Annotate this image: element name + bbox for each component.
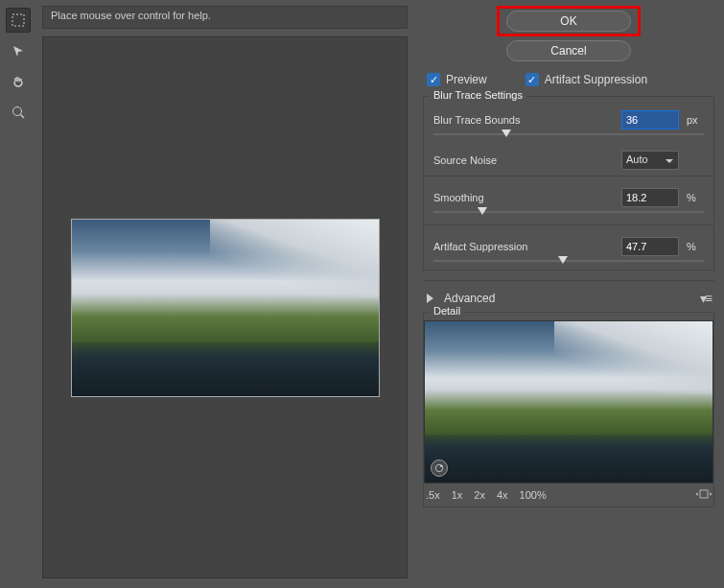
- loupe-button[interactable]: [431, 459, 448, 477]
- zoom-pct[interactable]: 100%: [520, 489, 547, 501]
- checkbox-icon: [525, 73, 539, 86]
- detail-preview[interactable]: [424, 320, 713, 483]
- artsup-unit: %: [687, 241, 704, 252]
- preview-column: Place mouse over control for help.: [36, 0, 417, 588]
- zoom-400[interactable]: 4x: [497, 489, 508, 501]
- noise-select[interactable]: Auto: [621, 151, 679, 170]
- noise-label: Source Noise: [433, 154, 614, 166]
- bounds-unit: px: [687, 114, 704, 126]
- ok-button[interactable]: OK: [506, 11, 631, 32]
- cancel-button[interactable]: Cancel: [506, 40, 631, 61]
- preview-label: Preview: [446, 73, 487, 86]
- preview-checkbox[interactable]: Preview: [427, 73, 487, 86]
- advanced-toggle[interactable]: Advanced ▾≡: [423, 285, 714, 312]
- smoothing-unit: %: [687, 192, 704, 203]
- smoothing-label: Smoothing: [433, 192, 614, 203]
- zoom-200[interactable]: 2x: [474, 489, 485, 501]
- svg-point-3: [440, 465, 442, 467]
- smoothing-slider[interactable]: [424, 209, 713, 221]
- bounds-label: Blur Trace Bounds: [433, 114, 614, 126]
- hand-tool[interactable]: [6, 69, 31, 94]
- blur-trace-group: Blur Trace Settings Blur Trace Bounds px…: [423, 96, 714, 270]
- svg-point-1: [13, 107, 22, 116]
- ok-highlight: OK: [497, 6, 641, 36]
- smoothing-input[interactable]: [621, 188, 679, 207]
- move-tool[interactable]: [6, 38, 31, 63]
- detail-group: Detail .5x 1x 2x 4x 100%: [423, 312, 714, 507]
- bounds-input[interactable]: [621, 110, 679, 129]
- fit-width-icon[interactable]: [696, 487, 712, 503]
- artifact-label: Artifact Suppression: [545, 73, 647, 86]
- flyout-menu-icon[interactable]: ▾≡: [700, 291, 711, 306]
- zoom-50[interactable]: .5x: [426, 489, 440, 501]
- disclosure-triangle-icon: [427, 294, 438, 303]
- detail-title: Detail: [430, 305, 464, 317]
- zoom-100[interactable]: 1x: [452, 489, 463, 501]
- checkbox-icon: [427, 73, 440, 86]
- svg-rect-4: [700, 490, 708, 498]
- hint-bar: Place mouse over control for help.: [42, 6, 408, 29]
- zoom-row: .5x 1x 2x 4x 100%: [424, 483, 713, 506]
- marquee-tool[interactable]: [6, 8, 31, 33]
- tool-column: [0, 0, 36, 588]
- artifact-checkbox[interactable]: Artifact Suppression: [525, 73, 647, 86]
- bounds-slider[interactable]: [424, 131, 713, 143]
- side-panel: OK Cancel Preview Artifact Suppression B…: [417, 0, 724, 588]
- zoom-tool[interactable]: [6, 100, 31, 125]
- preview-area[interactable]: [42, 36, 408, 578]
- preview-thumbnail: [71, 219, 380, 397]
- artsup-input[interactable]: [621, 237, 679, 256]
- svg-rect-0: [12, 14, 24, 26]
- artsup-label: Artifact Suppression: [433, 241, 614, 252]
- advanced-label: Advanced: [444, 292, 495, 305]
- artsup-slider[interactable]: [424, 258, 713, 270]
- group-title: Blur Trace Settings: [430, 89, 526, 101]
